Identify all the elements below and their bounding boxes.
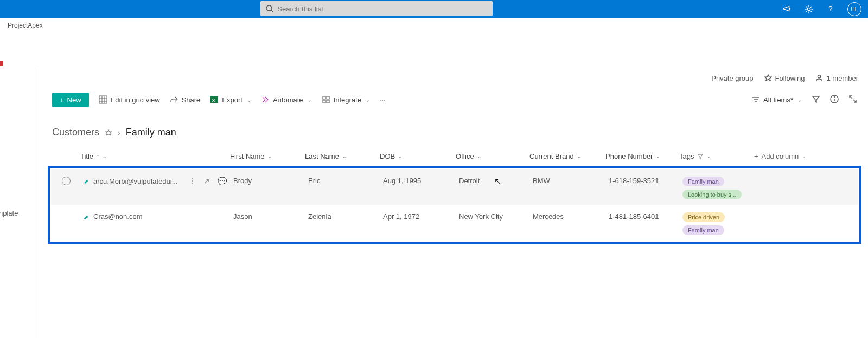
edit-grid-label: Edit in grid view bbox=[111, 96, 160, 104]
svg-rect-12 bbox=[327, 96, 329, 99]
column-header-brand[interactable]: Current Brand ⌄ bbox=[529, 152, 605, 160]
cell-tags: Family man Looking to buy s... bbox=[682, 174, 757, 199]
column-header-tags[interactable]: Tags ⌄ bbox=[679, 152, 754, 160]
left-rail-label[interactable]: nplate bbox=[0, 209, 18, 217]
expand-button[interactable] bbox=[848, 95, 857, 105]
info-button[interactable] bbox=[830, 95, 839, 105]
export-button[interactable]: x Export ⌄ bbox=[210, 95, 251, 104]
favorite-icon[interactable] bbox=[105, 129, 112, 137]
column-header-title[interactable]: Title ↑ ⌄ bbox=[78, 152, 230, 160]
column-header-phone[interactable]: Phone Number ⌄ bbox=[605, 152, 679, 160]
row-selector[interactable] bbox=[62, 177, 71, 185]
search-box[interactable] bbox=[260, 1, 493, 16]
members-link[interactable]: 1 member bbox=[815, 74, 858, 82]
table-row[interactable]: ⬈ Cras@non.com Jason Zelenia Apr 1, 1972… bbox=[51, 205, 858, 241]
svg-rect-11 bbox=[323, 96, 326, 99]
svg-rect-4 bbox=[99, 96, 107, 103]
star-icon bbox=[764, 74, 772, 82]
svg-point-0 bbox=[266, 5, 272, 11]
cell-tags: Price driven Family man bbox=[682, 210, 757, 235]
megaphone-icon[interactable] bbox=[782, 4, 792, 14]
column-header-office[interactable]: Office ⌄ bbox=[456, 152, 529, 160]
cell-brand: Mercedes bbox=[533, 210, 609, 221]
table-row[interactable]: ⬈ arcu.Morbi@vulputatedui... ⋮ ↗ 💬 Brody… bbox=[51, 169, 858, 205]
left-rail bbox=[0, 67, 35, 338]
automate-label: Automate bbox=[273, 96, 303, 104]
integrate-label: Integrate bbox=[334, 96, 361, 104]
column-header-dob[interactable]: DOB ⌄ bbox=[380, 152, 456, 160]
breadcrumb-current: Family man bbox=[126, 127, 176, 138]
integrate-button[interactable]: Integrate ⌄ bbox=[322, 95, 370, 104]
status-icon: ⬈ bbox=[84, 178, 90, 184]
tag[interactable]: Family man bbox=[682, 177, 724, 186]
command-bar: + New Edit in grid view Share x Export ⌄… bbox=[0, 89, 868, 111]
cell-dob: Aug 1, 1995 bbox=[383, 174, 459, 185]
row-title[interactable]: Cras@non.com bbox=[93, 212, 143, 221]
help-icon[interactable] bbox=[826, 4, 835, 14]
highlight-selection: ⬈ arcu.Morbi@vulputatedui... ⋮ ↗ 💬 Brody… bbox=[48, 166, 861, 244]
column-header-firstname[interactable]: First Name ⌄ bbox=[230, 152, 305, 160]
settings-icon[interactable] bbox=[804, 4, 814, 14]
search-icon bbox=[266, 5, 273, 12]
view-selector[interactable]: All Items* ⌄ bbox=[751, 95, 802, 104]
new-button[interactable]: + New bbox=[52, 93, 89, 107]
members-label: 1 member bbox=[826, 74, 858, 82]
site-name[interactable]: ProjectApex bbox=[8, 22, 868, 29]
new-label: New bbox=[67, 96, 81, 104]
export-label: Export bbox=[222, 96, 242, 104]
cell-lastname: Zelenia bbox=[308, 210, 383, 221]
flow-icon bbox=[261, 95, 270, 104]
share-button[interactable]: Share bbox=[170, 95, 201, 104]
site-header: ProjectApex bbox=[0, 18, 868, 67]
cell-dob: Apr 1, 1972 bbox=[383, 210, 459, 221]
chevron-down-icon: ⌄ bbox=[308, 97, 312, 103]
top-icons: HL bbox=[782, 2, 861, 16]
breadcrumb: Customers › Family man bbox=[0, 111, 868, 138]
svg-point-20 bbox=[834, 96, 835, 97]
cell-phone: 1-481-185-6401 bbox=[609, 210, 682, 221]
list-icon bbox=[751, 95, 760, 104]
column-header-lastname[interactable]: Last Name ⌄ bbox=[305, 152, 380, 160]
share-label: Share bbox=[182, 96, 201, 104]
cell-firstname: Brody bbox=[233, 174, 308, 185]
row-actions: ⋮ ↗ 💬 bbox=[188, 177, 233, 185]
row-title[interactable]: arcu.Morbi@vulputatedui... bbox=[93, 177, 178, 185]
svg-rect-14 bbox=[327, 100, 329, 103]
select-all-header[interactable] bbox=[48, 152, 78, 160]
status-icon: ⬈ bbox=[84, 214, 90, 219]
following-label: Following bbox=[775, 74, 805, 82]
search-input[interactable] bbox=[277, 5, 487, 13]
share-row-icon[interactable]: ↗ bbox=[203, 177, 210, 185]
list-table: Title ↑ ⌄ First Name ⌄ Last Name ⌄ DOB ⌄… bbox=[48, 152, 861, 244]
tag[interactable]: Looking to buy s... bbox=[682, 190, 742, 199]
user-avatar[interactable]: HL bbox=[847, 2, 861, 16]
excel-icon: x bbox=[210, 95, 219, 104]
svg-text:x: x bbox=[212, 98, 215, 103]
cell-firstname: Jason bbox=[233, 210, 308, 221]
comment-icon[interactable]: 💬 bbox=[218, 177, 227, 185]
person-icon bbox=[815, 74, 823, 82]
svg-line-1 bbox=[271, 10, 273, 12]
more-button[interactable]: ··· bbox=[380, 96, 386, 104]
edit-grid-button[interactable]: Edit in grid view bbox=[99, 95, 160, 104]
grid-icon bbox=[99, 95, 107, 104]
svg-point-3 bbox=[818, 75, 821, 78]
automate-button[interactable]: Automate ⌄ bbox=[261, 95, 312, 104]
info-bar: Private group Following 1 member bbox=[0, 67, 868, 89]
integrate-icon bbox=[322, 95, 330, 104]
site-logo-strip bbox=[0, 61, 3, 66]
chevron-right-icon: › bbox=[118, 128, 120, 137]
breadcrumb-parent[interactable]: Customers bbox=[52, 127, 99, 138]
group-privacy: Private group bbox=[711, 74, 753, 82]
suite-header: HL bbox=[0, 0, 868, 18]
plus-icon: + bbox=[60, 96, 64, 104]
more-icon[interactable]: ⋮ bbox=[188, 177, 196, 185]
filter-icon bbox=[697, 153, 704, 160]
tag[interactable]: Price driven bbox=[682, 212, 725, 222]
tag[interactable]: Family man bbox=[682, 225, 724, 235]
filter-button[interactable] bbox=[812, 95, 820, 105]
add-column-button[interactable]: + Add column ⌄ bbox=[754, 152, 814, 160]
svg-rect-13 bbox=[323, 100, 326, 103]
cell-phone: 1-618-159-3521 bbox=[609, 174, 682, 185]
follow-button[interactable]: Following bbox=[764, 74, 805, 82]
